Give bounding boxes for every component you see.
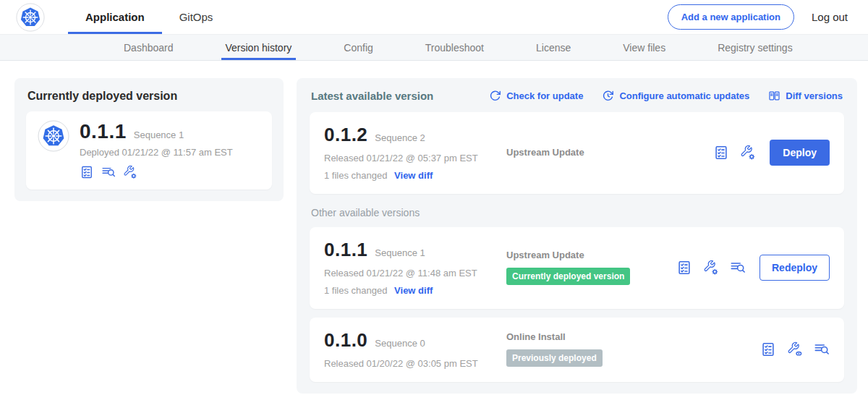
- version-card-0-1-2: 0.1.2 Sequence 2 Released 01/21/22 @ 05:…: [310, 112, 844, 194]
- app-header: Application GitOps Add a new application…: [0, 0, 868, 34]
- tab-gitops[interactable]: GitOps: [162, 0, 231, 34]
- version-number: 0.1.0: [324, 329, 367, 352]
- deploy-button[interactable]: Deploy: [770, 140, 830, 166]
- version-source-label: Online Install: [506, 331, 760, 342]
- deployed-version-card: 0.1.1 Sequence 1 Deployed 01/21/22 @ 11:…: [26, 111, 272, 190]
- deploy-logs-icon[interactable]: [730, 260, 746, 276]
- preflight-checks-icon[interactable]: [760, 341, 776, 357]
- main-content: Currently deployed version 0.1.1 Sequenc…: [0, 61, 868, 394]
- diff-versions-link[interactable]: Diff versions: [768, 90, 843, 102]
- preflight-checks-icon[interactable]: [676, 260, 692, 276]
- preflight-checks-icon[interactable]: [713, 145, 729, 161]
- subnav-item-license[interactable]: License: [532, 35, 575, 60]
- deploy-logs-icon[interactable]: [814, 341, 830, 357]
- tab-application[interactable]: Application: [68, 0, 162, 34]
- latest-available-title: Latest available version: [311, 90, 433, 102]
- deployed-timestamp: Deployed 01/21/22 @ 11:57 am EST: [80, 147, 233, 158]
- version-source-label: Upstream Update: [506, 250, 676, 260]
- version-source-label: Upstream Update: [506, 147, 713, 158]
- config-view-icon[interactable]: [787, 341, 803, 357]
- diff-icon: [768, 90, 780, 102]
- version-number: 0.1.1: [324, 239, 367, 261]
- config-icon[interactable]: [123, 165, 137, 179]
- config-icon[interactable]: [703, 260, 719, 276]
- header-right: Add a new application Log out: [668, 4, 868, 30]
- sequence-label: Sequence 1: [375, 247, 425, 258]
- other-versions-title: Other available versions: [311, 207, 843, 218]
- available-versions-panel: Latest available version Check for updat…: [297, 78, 857, 394]
- top-tabs: Application GitOps: [68, 0, 230, 34]
- sequence-label: Sequence 2: [375, 132, 425, 143]
- configure-automatic-updates-label: Configure automatic updates: [619, 90, 749, 101]
- previously-deployed-badge: Previously deployed: [506, 349, 603, 367]
- diff-versions-label: Diff versions: [786, 90, 843, 101]
- subnav-item-registry-settings[interactable]: Registry settings: [713, 35, 796, 60]
- currently-deployed-title: Currently deployed version: [27, 90, 272, 103]
- files-changed-label: 1 files changed: [324, 170, 387, 181]
- deployed-sequence-label: Sequence 1: [134, 129, 184, 140]
- auto-update-clock-icon: [602, 90, 614, 102]
- subnav-item-dashboard[interactable]: Dashboard: [119, 35, 178, 60]
- configure-automatic-updates-link[interactable]: Configure automatic updates: [602, 90, 749, 102]
- kubernetes-logo-icon: [16, 3, 45, 32]
- check-for-update-label: Check for update: [506, 90, 583, 101]
- refresh-icon: [489, 90, 501, 102]
- view-diff-link[interactable]: View diff: [394, 170, 433, 181]
- check-for-update-link[interactable]: Check for update: [489, 90, 583, 102]
- files-changed-label: 1 files changed: [324, 285, 387, 296]
- redeploy-button[interactable]: Redeploy: [760, 255, 830, 281]
- sequence-label: Sequence 0: [375, 338, 425, 349]
- released-timestamp: Released 01/21/22 @ 05:37 pm EST: [324, 153, 506, 163]
- subnav-item-troubleshoot[interactable]: Troubleshoot: [421, 35, 488, 60]
- version-number: 0.1.2: [324, 124, 367, 146]
- currently-deployed-badge: Currently deployed version: [506, 268, 630, 285]
- app-icon: [38, 120, 69, 152]
- subnav-item-view-files[interactable]: View files: [618, 35, 670, 60]
- app-subnav: Dashboard Version history Config Trouble…: [0, 34, 868, 61]
- deployed-version-number: 0.1.1: [80, 120, 127, 143]
- subnav-item-config[interactable]: Config: [339, 35, 377, 60]
- currently-deployed-panel: Currently deployed version 0.1.1 Sequenc…: [14, 78, 284, 201]
- deploy-logs-icon[interactable]: [101, 165, 116, 179]
- subnav-item-version-history[interactable]: Version history: [221, 35, 297, 60]
- version-card-0-1-0: 0.1.0 Sequence 0 Released 01/20/22 @ 03:…: [310, 318, 844, 382]
- version-card-0-1-1: 0.1.1 Sequence 1 Released 01/21/22 @ 11:…: [310, 227, 844, 309]
- preflight-checks-icon[interactable]: [80, 165, 94, 179]
- released-timestamp: Released 01/21/22 @ 11:48 am EST: [324, 268, 506, 279]
- released-timestamp: Released 01/20/22 @ 03:05 pm EST: [324, 358, 506, 369]
- config-icon[interactable]: [740, 145, 756, 161]
- add-application-button[interactable]: Add a new application: [668, 4, 794, 30]
- logout-button[interactable]: Log out: [812, 11, 848, 23]
- view-diff-link[interactable]: View diff: [394, 285, 433, 296]
